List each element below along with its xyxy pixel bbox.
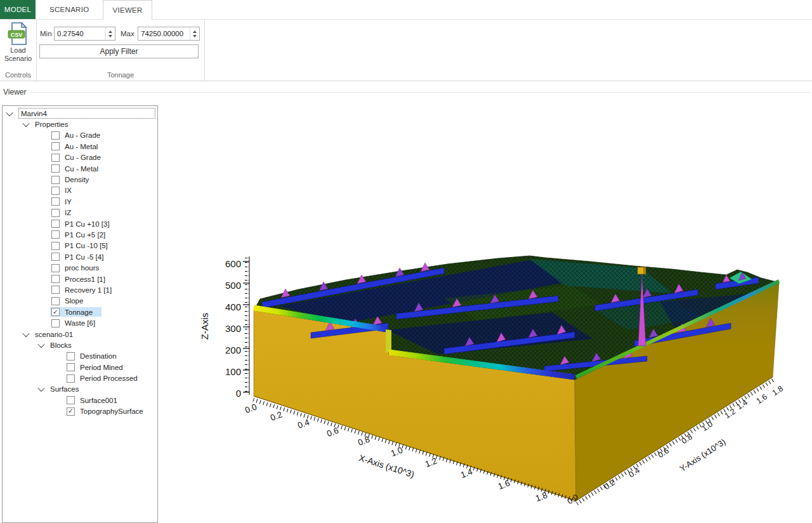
svg-text:1.6: 1.6 bbox=[755, 392, 769, 406]
apply-filter-button[interactable]: Apply Filter bbox=[39, 44, 199, 58]
tree-item-checkbox[interactable] bbox=[51, 176, 60, 184]
svg-text:300: 300 bbox=[225, 323, 241, 334]
tree-item-checkbox[interactable] bbox=[51, 308, 60, 316]
tree-item-label: TopographySurface bbox=[80, 407, 143, 415]
tree-item-checkbox[interactable] bbox=[51, 253, 60, 261]
max-spinner[interactable] bbox=[190, 27, 199, 40]
tree-item-cu-metal[interactable]: Cu - Metal bbox=[3, 163, 157, 174]
tree-item-label: P1 Cu +10 [3] bbox=[65, 220, 110, 228]
min-input[interactable]: 0.27540 bbox=[54, 27, 115, 41]
spinner-up-icon[interactable] bbox=[193, 30, 197, 33]
min-spinner[interactable] bbox=[105, 27, 115, 40]
tree-item-checkbox[interactable] bbox=[51, 164, 60, 173]
tree-item-waste[interactable]: Waste [6] bbox=[3, 317, 157, 328]
svg-text:0.4: 0.4 bbox=[296, 417, 311, 430]
tree-item-au-grade[interactable]: Au - Grade bbox=[3, 130, 157, 141]
spinner-down-icon[interactable] bbox=[193, 35, 197, 37]
tree-item-checkbox[interactable] bbox=[51, 264, 60, 272]
tree-item-scenario-01[interactable]: scenario-01 bbox=[3, 329, 157, 340]
tree-item-checkbox[interactable] bbox=[67, 396, 75, 404]
tree-item-checkbox[interactable] bbox=[51, 319, 60, 328]
tree-item-blocks[interactable]: Blocks bbox=[3, 340, 157, 350]
tree-item-topographysurface[interactable]: TopographySurface bbox=[3, 406, 157, 417]
tree-item-iz[interactable]: IZ bbox=[3, 208, 157, 218]
tree-item-checkbox[interactable] bbox=[51, 286, 60, 294]
tree-item-surface001[interactable]: Surface001 bbox=[3, 395, 157, 406]
tree-item-checkbox[interactable] bbox=[67, 407, 75, 416]
tree-item-checkbox[interactable] bbox=[51, 242, 60, 250]
tree-item-density[interactable]: Density bbox=[3, 174, 157, 185]
chevron-down-icon[interactable] bbox=[6, 109, 13, 116]
max-input[interactable]: 74250.00000 bbox=[138, 27, 200, 41]
tree-item-checkbox[interactable] bbox=[51, 187, 60, 195]
tree-item-label: Cu - Metal bbox=[65, 165, 98, 173]
tree-item-label: P1 Cu -5 [4] bbox=[65, 253, 103, 261]
tree-item-period-processed[interactable]: Period Processed bbox=[3, 373, 157, 383]
tree-item-recovery1[interactable]: Recovery 1 [1] bbox=[3, 284, 157, 295]
tree-item-checkbox[interactable] bbox=[67, 352, 75, 361]
tree-item-label: Period Mined bbox=[80, 364, 123, 371]
tree-item-checkbox[interactable] bbox=[67, 363, 75, 371]
controls-group-caption: Controls bbox=[0, 71, 36, 79]
tree-item-iy[interactable]: IY bbox=[3, 196, 157, 207]
tree-item-p1cu-10[interactable]: P1 Cu -10 [5] bbox=[3, 241, 157, 251]
svg-text:600: 600 bbox=[225, 258, 241, 269]
tree-item-checkbox[interactable] bbox=[51, 297, 60, 305]
chevron-down-icon[interactable] bbox=[22, 120, 29, 127]
tree-item-tonnage[interactable]: Tonnage bbox=[3, 307, 157, 317]
tree-item-checkbox[interactable] bbox=[67, 374, 75, 383]
min-label: Min bbox=[40, 30, 52, 37]
tree-item-process1[interactable]: Process1 [1] bbox=[3, 274, 157, 284]
tree-item-label: Destination bbox=[80, 352, 117, 360]
chevron-down-icon[interactable] bbox=[37, 385, 44, 392]
tree-item-checkbox[interactable] bbox=[51, 142, 60, 150]
tree-item-marvin4[interactable]: Marvin4 bbox=[3, 108, 157, 119]
svg-text:500: 500 bbox=[225, 280, 241, 291]
tree-item-p1cu5[interactable]: P1 Cu +5 [2] bbox=[3, 229, 157, 240]
spinner-down-icon[interactable] bbox=[108, 35, 112, 37]
chevron-down-icon[interactable] bbox=[22, 329, 29, 336]
max-value: 74250.00000 bbox=[138, 30, 190, 37]
tree-item-label: Slope bbox=[65, 297, 83, 305]
tab-model[interactable]: MODEL bbox=[0, 0, 36, 19]
viewer-3d[interactable]: 600 500 400 300 200 100 0 Z-Axis bbox=[159, 102, 812, 523]
tree-item-label: proc hours bbox=[65, 264, 99, 272]
tree-item-destination[interactable]: Destination bbox=[3, 351, 157, 362]
surface-plot-svg: 600 500 400 300 200 100 0 Z-Axis bbox=[159, 102, 812, 523]
tree-item-period-mined[interactable]: Period Mined bbox=[3, 362, 157, 373]
tree-item-checkbox[interactable] bbox=[51, 220, 60, 228]
tree-item-checkbox[interactable] bbox=[51, 275, 60, 283]
tree-item-checkbox[interactable] bbox=[51, 154, 60, 162]
tree-item-au-metal[interactable]: Au - Metal bbox=[3, 141, 157, 152]
tree-item-ix[interactable]: IX bbox=[3, 185, 157, 196]
tree-item-checkbox[interactable] bbox=[51, 197, 60, 206]
tree-item-properties[interactable]: Properties bbox=[3, 119, 157, 129]
x-axis-title: X-Axis (x10^3) bbox=[358, 453, 416, 480]
max-label: Max bbox=[121, 30, 134, 37]
chevron-down-icon[interactable] bbox=[37, 341, 44, 348]
tab-scenario[interactable]: SCENARIO bbox=[41, 0, 98, 19]
tree-item-p1cu10[interactable]: P1 Cu +10 [3] bbox=[3, 218, 157, 229]
selected-row-highlight: Tonnage bbox=[50, 307, 102, 317]
tree-item-label: Marvin4 bbox=[21, 110, 47, 117]
load-scenario-button[interactable]: CSV bbox=[8, 22, 29, 45]
tree-item-label: Cu - Grade bbox=[65, 154, 101, 161]
svg-text:0.2: 0.2 bbox=[269, 410, 284, 423]
tree-item-proc-hours[interactable]: proc hours bbox=[3, 262, 157, 273]
tree-item-checkbox[interactable] bbox=[51, 209, 60, 217]
z-axis: 600 500 400 300 200 100 0 Z-Axis bbox=[199, 256, 249, 399]
tab-viewer[interactable]: VIEWER bbox=[103, 0, 152, 20]
tree-item-surfaces[interactable]: Surfaces bbox=[3, 384, 157, 395]
tree-item-cu-grade[interactable]: Cu - Grade bbox=[3, 152, 157, 163]
tree-item-label: Waste [6] bbox=[65, 319, 95, 327]
tree-item-slope[interactable]: Slope bbox=[3, 296, 157, 307]
ribbon-group-controls: CSV Load Scenario Controls bbox=[0, 20, 37, 81]
tree-item-label: Recovery 1 [1] bbox=[65, 286, 112, 294]
tree-item-p1cu-5[interactable]: P1 Cu -5 [4] bbox=[3, 251, 157, 262]
model-tree-panel: Marvin4 Properties Au - Grade Au - Metal… bbox=[2, 105, 158, 523]
tree-item-checkbox[interactable] bbox=[51, 131, 60, 140]
tree-item-checkbox[interactable] bbox=[51, 230, 60, 239]
svg-text:0.4: 0.4 bbox=[627, 466, 641, 479]
ribbon-tab-bar: MODEL SCENARIO VIEWER bbox=[0, 0, 812, 19]
spinner-up-icon[interactable] bbox=[108, 30, 112, 33]
